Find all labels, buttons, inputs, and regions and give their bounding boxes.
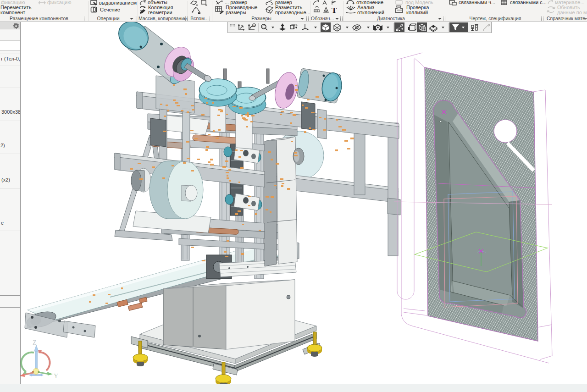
- svg-text:Z: Z: [33, 339, 37, 346]
- svg-text:T: T: [332, 6, 337, 14]
- svg-text:Y: Y: [54, 373, 58, 380]
